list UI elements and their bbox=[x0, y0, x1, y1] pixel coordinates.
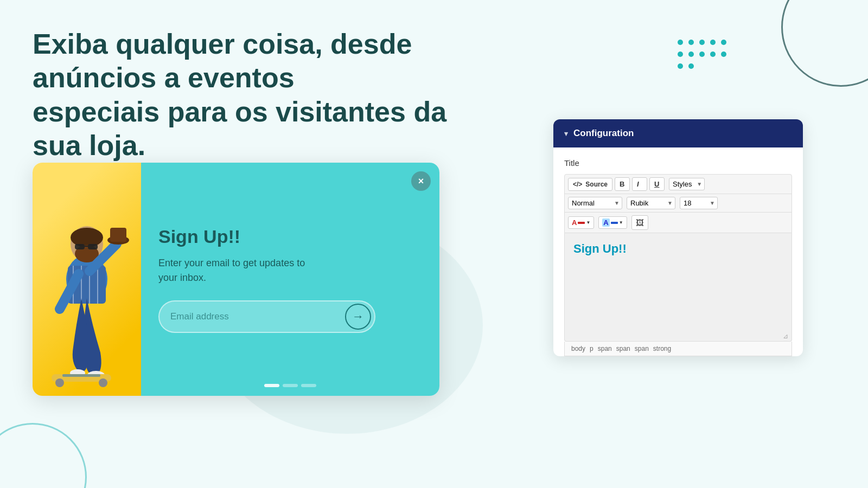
bg-circle-bottom-left bbox=[0, 423, 87, 488]
toolbar-row-1: </> Source B I U Styles bbox=[565, 175, 792, 194]
svg-rect-21 bbox=[62, 374, 100, 377]
popup-description: Enter your email to get updates to your … bbox=[158, 256, 420, 285]
toolbar-italic-button[interactable]: I bbox=[632, 177, 647, 191]
toolbar-format-wrapper: Normal Heading 1 Heading 2 ▼ bbox=[568, 197, 622, 209]
popup-close-button[interactable]: × bbox=[411, 171, 431, 191]
toolbar-size-wrapper: 18 12 14 16 20 24 ▼ bbox=[680, 197, 718, 209]
statusbar-span-2: span bbox=[616, 345, 630, 352]
popup-title: Sign Up!! bbox=[158, 226, 420, 247]
statusbar-span-1: span bbox=[598, 345, 612, 352]
popup-submit-button[interactable]: → bbox=[345, 304, 371, 330]
popup-email-input[interactable] bbox=[170, 311, 345, 322]
headline-line2: especiais para os visitantes da sua loja… bbox=[33, 96, 446, 161]
pagination-dot-2 bbox=[283, 384, 298, 387]
popup-content: × Sign Up!! Enter your email to get upda… bbox=[141, 163, 439, 396]
toolbar-row-3: A ▼ A ▼ 🖼 bbox=[565, 213, 792, 233]
toolbar-highlight-color-button[interactable]: A ▼ bbox=[598, 216, 627, 229]
toolbar-text-color-button[interactable]: A ▼ bbox=[568, 216, 594, 229]
toolbar-row-2: Normal Heading 1 Heading 2 ▼ Rubik Arial… bbox=[565, 194, 792, 213]
bg-dots-decoration bbox=[676, 38, 727, 70]
toolbar-font-wrapper: Rubik Arial ▼ bbox=[627, 197, 675, 209]
text-color-arrow: ▼ bbox=[586, 220, 590, 225]
toolbar-font-select[interactable]: Rubik Arial bbox=[627, 197, 675, 209]
toolbar-size-select[interactable]: 18 12 14 16 20 24 bbox=[680, 197, 718, 209]
statusbar-strong: strong bbox=[653, 345, 671, 352]
toolbar-styles-wrapper: Styles ▼ bbox=[669, 178, 705, 190]
text-color-swatch bbox=[578, 222, 585, 224]
config-panel-header[interactable]: ▾ Configuration bbox=[553, 119, 803, 147]
pagination-dot-1 bbox=[264, 384, 279, 387]
config-panel: ▾ Configuration Title </> Source B I bbox=[553, 119, 803, 356]
statusbar-body: body bbox=[571, 345, 585, 352]
editor-resize-handle[interactable]: ⊿ bbox=[783, 332, 789, 339]
popup-image-section bbox=[33, 163, 141, 396]
source-icon: </> bbox=[573, 181, 582, 188]
arrow-right-icon: → bbox=[352, 310, 364, 324]
highlight-color-swatch bbox=[611, 222, 618, 224]
toolbar-styles-select[interactable]: Styles bbox=[669, 178, 705, 190]
highlight-color-icon: A bbox=[602, 219, 609, 227]
popup-figure bbox=[33, 163, 141, 396]
svg-rect-5 bbox=[88, 244, 98, 249]
toolbar-format-select[interactable]: Normal Heading 1 Heading 2 bbox=[568, 197, 622, 209]
svg-rect-15 bbox=[110, 228, 126, 242]
statusbar-p: p bbox=[590, 345, 593, 352]
image-insert-icon: 🖼 bbox=[636, 218, 644, 227]
headline-line1: Exiba qualquer coisa, desde anúncios a e… bbox=[33, 28, 412, 93]
highlight-color-arrow: ▼ bbox=[619, 220, 623, 225]
toolbar-bold-button[interactable]: B bbox=[615, 177, 630, 191]
config-collapse-arrow: ▾ bbox=[564, 130, 568, 138]
statusbar-span-3: span bbox=[635, 345, 649, 352]
editor-text: Sign Up!! bbox=[573, 242, 783, 256]
popup-pagination-dots bbox=[141, 384, 439, 387]
editor-toolbar: </> Source B I U Styles bbox=[564, 174, 792, 233]
config-title-label: Title bbox=[564, 158, 792, 168]
skater-figure bbox=[38, 190, 136, 396]
bg-circle-top-right bbox=[781, 0, 868, 87]
headline: Exiba qualquer coisa, desde anúncios a e… bbox=[33, 27, 456, 163]
svg-point-19 bbox=[55, 378, 64, 387]
svg-point-2 bbox=[71, 228, 103, 247]
toolbar-underline-button[interactable]: U bbox=[649, 177, 665, 191]
svg-rect-4 bbox=[75, 244, 85, 249]
popup-email-row: → bbox=[158, 300, 375, 333]
pagination-dot-3 bbox=[301, 384, 316, 387]
toolbar-image-button[interactable]: 🖼 bbox=[631, 215, 648, 230]
editor-statusbar: body p span span span strong bbox=[564, 342, 792, 356]
config-header-label: Configuration bbox=[573, 128, 634, 139]
toolbar-source-button[interactable]: </> Source bbox=[568, 178, 612, 191]
config-body: Title </> Source B I U bbox=[553, 147, 803, 356]
svg-point-20 bbox=[99, 378, 107, 387]
editor-content-area[interactable]: Sign Up!! ⊿ bbox=[564, 233, 792, 342]
text-color-icon: A bbox=[572, 219, 577, 227]
popup-card: × Sign Up!! Enter your email to get upda… bbox=[33, 163, 439, 396]
